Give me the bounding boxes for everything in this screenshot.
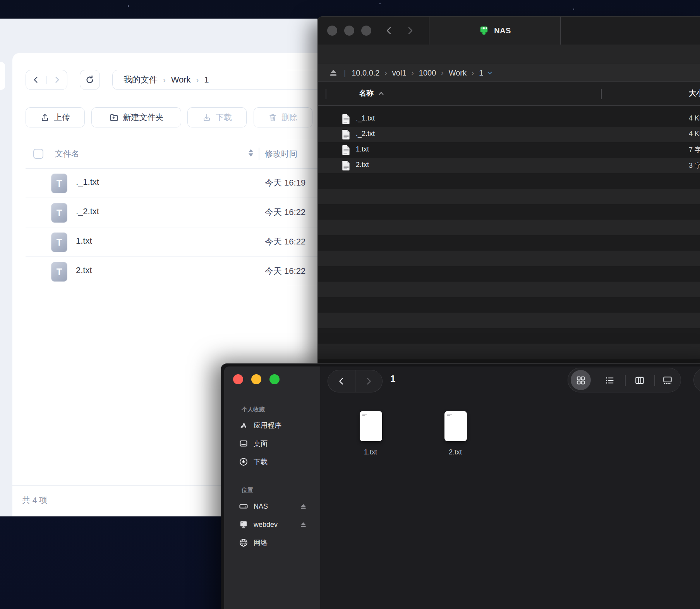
column-view-icon[interactable]: [635, 375, 645, 385]
file-label[interactable]: 2.txt: [432, 448, 479, 456]
star: [379, 3, 381, 4]
nas-file-row[interactable]: 1.txt 7 字节: [318, 142, 700, 158]
file-icon-2[interactable]: [444, 411, 467, 441]
new-folder-button[interactable]: 新建文件夹: [91, 107, 181, 127]
sidebar-item-webdev[interactable]: webdev: [239, 518, 307, 532]
file-label[interactable]: 1.txt: [347, 448, 394, 456]
text-file-icon: T: [51, 262, 67, 282]
collapsed-sidebar-handle[interactable]: [0, 62, 5, 90]
back-button[interactable]: [26, 76, 46, 84]
new-folder-icon: [109, 113, 119, 122]
nas-file-row[interactable]: ._1.txt 4 KB: [318, 111, 700, 127]
history-button-group: [26, 70, 67, 90]
name-column-header[interactable]: 文件名: [55, 148, 79, 159]
sidebar-item-downloads[interactable]: 下载: [239, 455, 307, 469]
file-name[interactable]: 1.txt: [356, 145, 369, 153]
chevron-down-icon[interactable]: [487, 70, 493, 76]
grid-view-icon[interactable]: [576, 375, 586, 385]
file-name[interactable]: 2.txt: [356, 161, 369, 169]
file-size: 7 字节: [689, 145, 700, 155]
sidebar-item-desktop[interactable]: 桌面: [239, 437, 307, 451]
file-name[interactable]: 2.txt: [76, 265, 92, 275]
nas-titlebar[interactable]: NAS: [318, 17, 700, 45]
eject-icon[interactable]: [329, 69, 338, 77]
back-button[interactable]: [328, 370, 355, 392]
table-row[interactable]: T 2.txt 今天 16:22: [26, 257, 317, 286]
sidebar-item-applications[interactable]: 应用程序: [239, 418, 307, 432]
file-size: 3 字节: [689, 161, 700, 170]
zoom-button[interactable]: [361, 26, 371, 36]
upload-label: 上传: [54, 112, 70, 123]
divider: [625, 375, 626, 386]
sidebar-item-nas[interactable]: NAS: [239, 499, 307, 513]
file-icon-1[interactable]: [360, 411, 382, 441]
chevron-right-icon: [364, 377, 373, 385]
table-row[interactable]: T ._1.txt 今天 16:19: [26, 169, 317, 198]
time-column-header[interactable]: 修改时间: [265, 148, 297, 159]
sort-arrows-icon[interactable]: [249, 149, 253, 157]
file-name[interactable]: ._1.txt: [356, 114, 375, 122]
text-file-icon: T: [51, 203, 67, 223]
breadcrumb[interactable]: 我的文件 › Work › 1: [112, 70, 329, 90]
path-segment[interactable]: 1000: [419, 69, 436, 77]
back-button[interactable]: [384, 26, 394, 35]
nas-file-row[interactable]: ._2.txt 4 KB: [318, 127, 700, 142]
trash-icon: [268, 113, 277, 122]
upload-button[interactable]: 上传: [26, 107, 85, 127]
minimize-button[interactable]: [251, 374, 261, 384]
forward-button[interactable]: [355, 370, 383, 392]
file-name[interactable]: 1.txt: [76, 236, 92, 246]
path-segment[interactable]: Work: [449, 69, 467, 77]
download-button[interactable]: 下载: [187, 107, 247, 127]
file-name[interactable]: ._1.txt: [76, 177, 99, 187]
nas-file-row[interactable]: 2.txt 3 字节: [318, 158, 700, 173]
path-segment[interactable]: vol1: [392, 69, 407, 77]
nas-tab[interactable]: NAS: [429, 17, 561, 45]
nas-list-header: 名称 大小: [318, 82, 700, 106]
minimize-button[interactable]: [344, 26, 354, 36]
zoom-button[interactable]: [269, 374, 280, 384]
divider: [654, 375, 655, 386]
text-file-icon: T: [51, 174, 67, 193]
path-separator: ›: [412, 69, 414, 77]
breadcrumb-mid[interactable]: Work: [171, 75, 191, 85]
breadcrumb-root[interactable]: 我的文件: [124, 74, 158, 86]
sidebar-item-network[interactable]: 网络: [239, 536, 307, 550]
file-name[interactable]: ._2.txt: [76, 206, 99, 217]
table-row[interactable]: T ._2.txt 今天 16:22: [26, 198, 317, 227]
sidebar-item-label: 网络: [254, 538, 268, 547]
connector-icon: [479, 25, 489, 36]
star: [128, 5, 129, 7]
nas-size-column-header[interactable]: 大小: [689, 88, 700, 98]
finder-history-group: [328, 370, 383, 392]
upload-icon: [40, 113, 50, 122]
close-button[interactable]: [233, 374, 243, 384]
path-host[interactable]: 10.0.0.2: [352, 69, 379, 77]
document-icon: [342, 129, 350, 140]
file-name[interactable]: ._2.txt: [356, 130, 375, 138]
nas-path-bar: | 10.0.0.2 › vol1 › 1000 › Work › 1: [318, 64, 700, 82]
nas-name-column-header[interactable]: 名称: [359, 88, 384, 98]
close-button[interactable]: [327, 26, 337, 36]
gallery-view-icon[interactable]: [662, 375, 673, 385]
select-all-checkbox[interactable]: [33, 149, 43, 159]
path-current[interactable]: 1: [479, 69, 483, 77]
path-separator: ›: [441, 69, 443, 77]
eject-icon[interactable]: [300, 503, 307, 510]
breadcrumb-separator: ›: [196, 76, 199, 84]
list-view-icon[interactable]: [605, 375, 615, 385]
chevron-left-icon: [32, 76, 40, 84]
delete-label: 删除: [281, 112, 298, 123]
forward-button[interactable]: [46, 76, 67, 84]
delete-button[interactable]: 删除: [254, 107, 312, 127]
path-pipe: |: [344, 69, 346, 77]
external-drive-icon: [239, 502, 248, 511]
refresh-button[interactable]: [80, 70, 100, 90]
table-row[interactable]: T 1.txt 今天 16:22: [26, 227, 317, 257]
forward-button[interactable]: [405, 26, 415, 35]
eject-icon[interactable]: [300, 521, 307, 528]
path-separator: ›: [385, 69, 387, 77]
sidebar-item-label: NAS: [254, 502, 268, 511]
chevron-left-icon: [337, 377, 346, 385]
app-store-icon: [239, 421, 248, 430]
